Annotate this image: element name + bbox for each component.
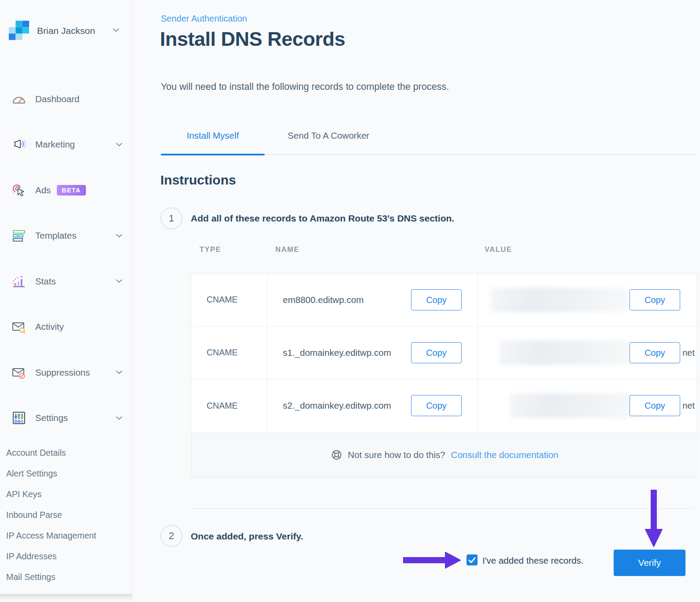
help-question: Not sure how to do this?: [348, 450, 445, 460]
table-row-value: Copy net: [478, 326, 698, 379]
table-row-value: Copy: [478, 273, 698, 326]
sidebar-item-suppressions[interactable]: Suppressions: [0, 350, 132, 395]
record-name: s1._domainkey.editwp.com: [283, 347, 391, 358]
settings-subnav: Account Details Alert Settings API Keys …: [0, 443, 132, 587]
column-header-type: TYPE: [191, 245, 267, 254]
tab-send-to-a-coworker[interactable]: Send To A Coworker: [288, 127, 369, 141]
sidebar-item-label: Dashboard: [35, 94, 79, 104]
stats-bars-icon: [11, 273, 27, 289]
dns-records-table: CNAME em8800.editwp.com Copy Copy CNAME …: [191, 273, 697, 478]
sidebar-item-ads[interactable]: Ads BETA: [0, 167, 132, 213]
table-row-name: s1._domainkey.editwp.com Copy: [267, 326, 478, 379]
sidebar-item-inbound-parse[interactable]: Inbound Parse: [0, 505, 132, 525]
table-row-name: s2._domainkey.editwp.com Copy: [267, 379, 478, 432]
user-name: Brian Jackson: [37, 26, 95, 36]
sidebar-item-activity[interactable]: Activity: [0, 304, 132, 350]
blurred-value: [490, 288, 628, 312]
records-added-checkbox[interactable]: [467, 554, 478, 565]
mail-blocked-icon: [11, 365, 27, 380]
chevron-down-icon: [113, 28, 119, 32]
chevron-down-icon: [116, 279, 122, 283]
sidebar-item-label: Marketing: [35, 139, 75, 150]
sidebar-scroll-shadow: [0, 594, 132, 602]
verify-button[interactable]: Verify: [614, 550, 685, 576]
table-row-type: CNAME: [191, 326, 267, 379]
sidebar-item-mail-settings[interactable]: Mail Settings: [0, 567, 132, 587]
sidebar-item-label: Suppressions: [35, 367, 90, 378]
sidebar-item-label: Templates: [35, 230, 76, 241]
tab-bar: Install Myself Send To A Coworker: [161, 127, 697, 155]
value-tail: net: [682, 401, 695, 411]
table-row-value: Copy net: [478, 379, 698, 432]
sidebar-item-settings[interactable]: Settings: [0, 395, 132, 441]
annotation-arrow-right: [403, 551, 461, 569]
copy-value-button[interactable]: Copy: [630, 289, 680, 310]
templates-icon: [11, 228, 27, 244]
sidebar-nav: Dashboard Marketing: [0, 76, 132, 441]
section-divider: [191, 508, 694, 509]
copy-value-button[interactable]: Copy: [630, 342, 680, 363]
intro-text: You will need to install the following r…: [161, 81, 449, 92]
page-title: Install DNS Records: [160, 28, 345, 51]
consult-documentation-link[interactable]: Consult the documentation: [451, 450, 559, 460]
sidebar-item-ip-addresses[interactable]: IP Addresses: [0, 546, 132, 567]
sidebar-item-templates[interactable]: Templates: [0, 213, 132, 259]
record-name: em8800.editwp.com: [283, 295, 363, 305]
copy-name-button[interactable]: Copy: [411, 289, 462, 310]
value-tail: net: [682, 347, 695, 358]
table-column-headers: TYPE NAME VALUE: [191, 245, 697, 254]
tab-install-myself[interactable]: Install Myself: [161, 127, 265, 154]
instructions-heading: Instructions: [160, 173, 236, 188]
table-row-name: em8800.editwp.com Copy: [267, 273, 478, 326]
sidebar-item-alert-settings[interactable]: Alert Settings: [0, 463, 132, 484]
life-ring-icon: [331, 449, 342, 461]
sidebar-item-label: Settings: [35, 413, 68, 423]
step-2-number: 2: [160, 525, 182, 547]
sidebar-item-marketing[interactable]: Marketing: [0, 122, 132, 168]
copy-value-button[interactable]: Copy: [630, 395, 680, 416]
table-row-type: CNAME: [191, 273, 267, 326]
gauge-icon: [11, 91, 27, 107]
chevron-down-icon: [116, 234, 122, 238]
sidebar-item-label: Ads: [35, 185, 51, 196]
blurred-value: [499, 340, 631, 365]
sidebar-item-dashboard[interactable]: Dashboard: [0, 76, 132, 122]
chevron-down-icon: [116, 416, 122, 420]
sidebar-item-ip-access-management[interactable]: IP Access Management: [0, 525, 132, 546]
table-row-type: CNAME: [191, 379, 267, 432]
column-header-value: VALUE: [477, 245, 697, 254]
breadcrumb-sender-authentication[interactable]: Sender Authentication: [161, 14, 247, 24]
record-name: s2._domainkey.editwp.com: [283, 400, 391, 411]
chevron-down-icon: [116, 143, 122, 147]
copy-name-button[interactable]: Copy: [411, 395, 462, 416]
checkmark-icon: [468, 557, 476, 563]
blurred-value: [510, 393, 635, 418]
copy-name-button[interactable]: Copy: [411, 342, 462, 363]
column-header-name: NAME: [267, 245, 477, 254]
ads-target-cursor-icon: [11, 182, 27, 198]
table-help-footer: Not sure how to do this? Consult the doc…: [191, 432, 698, 477]
annotation-arrow-down: [644, 490, 663, 548]
step-1-text: Add all of these records to Amazon Route…: [191, 213, 454, 224]
megaphone-icon: [11, 137, 27, 152]
sidebar-item-stats[interactable]: Stats: [0, 259, 132, 304]
step-1-number: 1: [160, 207, 182, 229]
sendgrid-logo: [9, 20, 30, 41]
settings-sliders-icon: [11, 410, 27, 426]
sidebar-item-api-keys[interactable]: API Keys: [0, 484, 132, 505]
chevron-down-icon: [116, 370, 122, 374]
step-2-text: Once added, press Verify.: [191, 531, 303, 542]
account-switcher[interactable]: Brian Jackson: [0, 16, 132, 47]
sidebar-item-account-details[interactable]: Account Details: [0, 443, 132, 463]
beta-badge: BETA: [57, 185, 85, 196]
mail-search-icon: [11, 319, 27, 335]
sidebar-item-label: Activity: [35, 321, 64, 332]
sidebar-item-label: Stats: [35, 276, 56, 287]
sidebar: Brian Jackson Dashboard: [0, 0, 132, 602]
records-added-label[interactable]: I've added these records.: [482, 555, 584, 566]
